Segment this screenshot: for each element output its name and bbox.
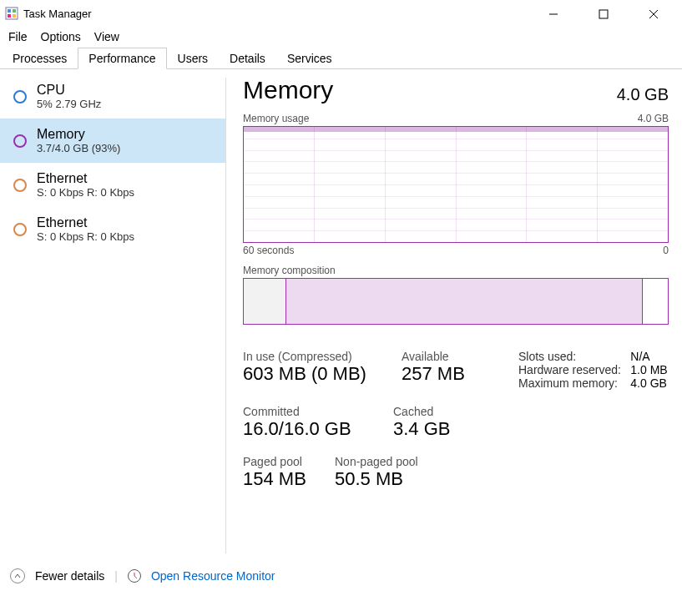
performance-detail: Memory 4.0 GB Memory usage 4.0 GB 60 sec… (226, 69, 682, 562)
xaxis-right: 0 (663, 245, 669, 256)
tab-services[interactable]: Services (276, 48, 343, 69)
close-button[interactable] (637, 8, 670, 20)
stat-paged-value: 154 MB (243, 468, 335, 490)
sidebar-item-sub: S: 0 Kbps R: 0 Kbps (37, 186, 134, 199)
svg-line-10 (134, 576, 137, 578)
stat-cached-label: Cached (393, 405, 502, 418)
ethernet-icon (13, 179, 27, 192)
menu-bar: File Options View (0, 27, 682, 47)
fewer-details-button[interactable]: Fewer details (35, 569, 104, 583)
svg-rect-3 (8, 14, 11, 18)
svg-rect-6 (599, 10, 608, 18)
stat-available-label: Available (402, 350, 510, 363)
chevron-up-icon[interactable] (10, 568, 25, 583)
menu-file[interactable]: File (8, 30, 28, 43)
info-slots-label: Slots used: (518, 350, 622, 363)
composition-inuse (286, 279, 643, 324)
title-bar: Task Manager (0, 0, 682, 27)
composition-chart-label: Memory composition (243, 265, 336, 276)
resource-monitor-icon (128, 569, 141, 583)
usage-chart-block: Memory usage 4.0 GB 60 seconds 0 (243, 113, 669, 256)
sidebar-item-cpu[interactable]: CPU 5% 2.79 GHz (0, 74, 225, 119)
page-title: Memory (243, 76, 333, 104)
menu-view[interactable]: View (94, 30, 119, 43)
sidebar-item-sub: S: 0 Kbps R: 0 Kbps (37, 230, 134, 243)
composition-available (643, 279, 668, 324)
sidebar-item-label: Memory (37, 127, 120, 142)
tab-users[interactable]: Users (167, 48, 220, 69)
info-slots-value: N/A (630, 350, 669, 363)
stat-inuse-label: In use (Compressed) (243, 350, 393, 363)
stat-committed-value: 16.0/16.0 GB (243, 418, 393, 440)
cpu-icon (13, 90, 27, 104)
composition-chart-block: Memory composition (243, 265, 669, 325)
stat-available-value: 257 MB (402, 363, 510, 385)
sidebar-item-memory[interactable]: Memory 3.7/4.0 GB (93%) (0, 119, 225, 163)
info-reserved-value: 1.0 MB (630, 363, 669, 376)
info-maxmem-value: 4.0 GB (630, 376, 669, 390)
window-title: Task Manager (23, 8, 537, 20)
ethernet-icon (13, 223, 27, 236)
memory-icon (13, 134, 27, 148)
app-icon (5, 7, 18, 20)
stat-nonpaged-label: Non-paged pool (335, 455, 460, 468)
sidebar-item-label: Ethernet (37, 171, 134, 186)
memory-capacity: 4.0 GB (617, 85, 669, 104)
info-maxmem-label: Maximum memory: (518, 376, 622, 390)
sidebar-item-sub: 3.7/4.0 GB (93%) (37, 142, 120, 154)
usage-chart-label: Memory usage (243, 113, 309, 124)
memory-usage-chart[interactable] (243, 126, 669, 243)
tab-details[interactable]: Details (219, 48, 276, 69)
tab-performance[interactable]: Performance (78, 48, 166, 69)
minimize-button[interactable] (537, 8, 570, 20)
memory-composition-chart[interactable] (243, 278, 669, 325)
menu-options[interactable]: Options (41, 30, 81, 43)
performance-sidebar: CPU 5% 2.79 GHz Memory 3.7/4.0 GB (93%) … (0, 69, 225, 562)
stat-committed-label: Committed (243, 405, 393, 418)
maximize-button[interactable] (587, 8, 620, 20)
stat-nonpaged-value: 50.5 MB (335, 468, 460, 490)
xaxis-left: 60 seconds (243, 245, 294, 256)
content-area: CPU 5% 2.79 GHz Memory 3.7/4.0 GB (93%) … (0, 69, 682, 562)
footer-separator: | (114, 569, 118, 583)
composition-reserved (244, 279, 286, 324)
svg-rect-4 (13, 14, 16, 18)
stat-cached-value: 3.4 GB (393, 418, 502, 440)
sidebar-item-label: Ethernet (37, 215, 134, 230)
sidebar-item-ethernet-2[interactable]: Ethernet S: 0 Kbps R: 0 Kbps (0, 207, 225, 251)
footer: Fewer details | Open Resource Monitor (0, 562, 682, 590)
window-controls (537, 8, 677, 20)
sidebar-item-ethernet-1[interactable]: Ethernet S: 0 Kbps R: 0 Kbps (0, 163, 225, 207)
sidebar-item-label: CPU (37, 83, 101, 98)
info-reserved-label: Hardware reserved: (518, 363, 622, 376)
usage-chart-max: 4.0 GB (638, 113, 669, 124)
tab-processes[interactable]: Processes (2, 48, 78, 69)
svg-rect-2 (13, 9, 16, 13)
stat-paged-label: Paged pool (243, 455, 335, 468)
stat-inuse-value: 603 MB (0 MB) (243, 363, 393, 385)
open-resource-monitor-link[interactable]: Open Resource Monitor (151, 569, 275, 583)
tab-bar: Processes Performance Users Details Serv… (0, 47, 682, 69)
svg-rect-1 (8, 9, 11, 13)
sidebar-item-sub: 5% 2.79 GHz (37, 98, 101, 110)
